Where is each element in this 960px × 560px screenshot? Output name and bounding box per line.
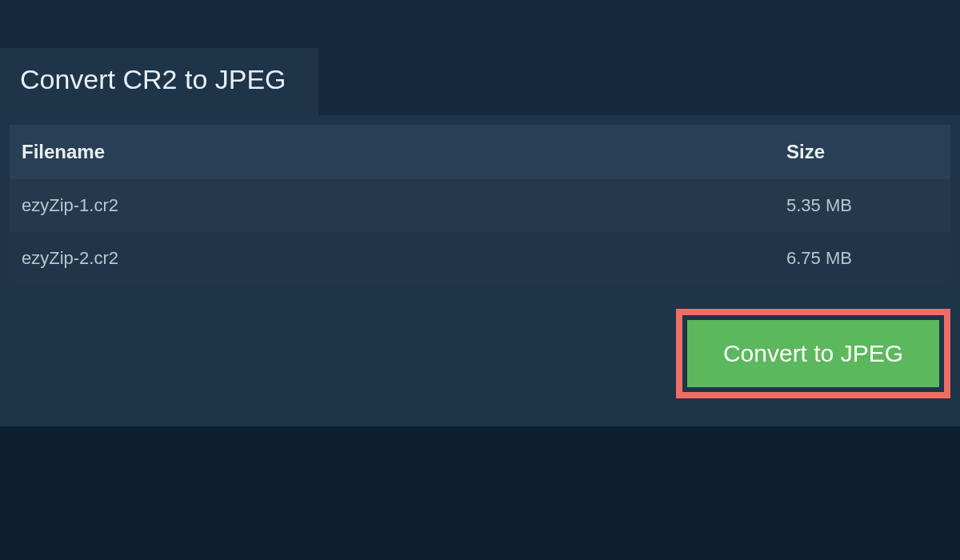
tab-title: Convert CR2 to JPEG bbox=[20, 64, 286, 94]
table-row: ezyZip-2.cr2 6.75 MB bbox=[10, 232, 950, 285]
table-row: ezyZip-1.cr2 5.35 MB bbox=[10, 179, 950, 232]
table-header-row: Filename Size bbox=[10, 125, 950, 179]
content-panel: Filename Size ezyZip-1.cr2 5.35 MB ezyZi… bbox=[0, 115, 960, 426]
tab-convert[interactable]: Convert CR2 to JPEG bbox=[0, 48, 318, 115]
convert-button[interactable]: Convert to JPEG bbox=[687, 320, 939, 387]
page-container: Convert CR2 to JPEG Filename Size ezyZip… bbox=[0, 0, 960, 426]
cell-filename: ezyZip-2.cr2 bbox=[10, 232, 774, 285]
button-container: Convert to JPEG bbox=[10, 285, 950, 398]
column-header-filename: Filename bbox=[10, 125, 774, 179]
column-header-size: Size bbox=[774, 125, 950, 179]
file-table: Filename Size ezyZip-1.cr2 5.35 MB ezyZi… bbox=[10, 125, 950, 285]
convert-button-label: Convert to JPEG bbox=[723, 340, 903, 366]
convert-button-highlight: Convert to JPEG bbox=[676, 309, 950, 398]
cell-size: 6.75 MB bbox=[774, 232, 950, 285]
cell-filename: ezyZip-1.cr2 bbox=[10, 179, 774, 232]
cell-size: 5.35 MB bbox=[774, 179, 950, 232]
tab-container: Convert CR2 to JPEG bbox=[0, 0, 960, 115]
